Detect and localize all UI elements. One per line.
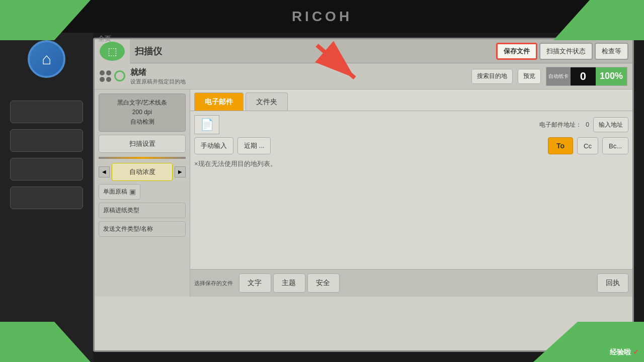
home-icon: ⌂ [42, 50, 51, 68]
tabs-row: 电子邮件 文件夹 [190, 89, 632, 111]
scan-settings-button[interactable]: 扫描设置 [99, 135, 186, 153]
home-button[interactable]: ⌂ [28, 40, 65, 78]
bottom-left-info: 选择保存的文件 [194, 280, 233, 287]
main-content: 黑白文字/艺术线条 200 dpi 自动检测 扫描设置 ◀ 自动浓度 ▶ 单面原… [95, 89, 632, 297]
left-btn-2[interactable] [10, 129, 83, 152]
top-buttons: 保存文件 扫描文件状态 检查等 [496, 43, 632, 60]
watermark: 经验啦 ✓ [610, 348, 639, 357]
scanner-icon: ⬚ [100, 42, 125, 61]
dot-2 [106, 70, 111, 75]
email-area: 📄 电子邮件地址： 0 输入地址 手动输入 近期 ... To Cc Bc...… [190, 111, 632, 269]
slider-bar [99, 157, 186, 159]
email-icon-box: 📄 [194, 115, 219, 134]
tab-folder[interactable]: 文件夹 [246, 93, 288, 111]
scanner-title: 扫描仪 [130, 45, 496, 57]
tab-email[interactable]: 电子邮件 [194, 93, 244, 111]
screen: ⬚ 扫描仪 保存文件 扫描文件状态 检查等 就绪 设置原稿并指定目的地 搜索目的… [93, 38, 634, 352]
left-btn-3[interactable] [10, 158, 83, 180]
dots-grid [100, 70, 111, 82]
status-bar: 就绪 设置原稿并指定目的地 搜索目的地 预览 自动纸卡 0 100% [95, 63, 632, 89]
status-circle [114, 70, 125, 81]
scanner-symbol: ⬚ [108, 45, 117, 57]
search-destination-button[interactable]: 搜索目的地 [471, 69, 513, 84]
single-side-label: 单面原稿 [103, 188, 127, 196]
info-line3: 自动检测 [103, 117, 181, 127]
security-button[interactable]: 安全 [307, 274, 340, 293]
status-icon-group [100, 70, 125, 82]
right-content: 电子邮件 文件夹 📄 电子邮件地址： 0 输入地址 手动输入 近期 ... [190, 89, 632, 297]
count-sub: 100% [596, 67, 627, 85]
file-type-button[interactable]: 发送文件类型/名称 [99, 221, 186, 237]
dot-4 [106, 77, 111, 82]
email-count: 0 [586, 121, 589, 128]
bottom-bar: 选择保存的文件 文字 主题 安全 回执 [190, 269, 632, 297]
sidebar-info-box: 黑白文字/艺术线条 200 dpi 自动检测 [99, 94, 186, 132]
bcc-button[interactable]: Bc... [602, 137, 628, 154]
text-button[interactable]: 文字 [239, 274, 271, 293]
auto-density-button[interactable]: 自动浓度 [112, 163, 173, 181]
count-value: 0 [571, 67, 596, 85]
top-bar: RICOH [0, 0, 644, 33]
info-line1: 黑白文字/艺术线条 [103, 98, 181, 108]
left-panel: ⌂ [0, 33, 93, 362]
info-line2: 200 dpi [103, 108, 181, 117]
security-label: 安全 [316, 279, 330, 288]
density-row: ◀ 自动浓度 ▶ [99, 163, 186, 181]
watermark-check: ✓ [633, 348, 639, 356]
page-label: 全页 [98, 34, 111, 43]
ricoh-logo: RICOH [292, 9, 352, 25]
density-left-arrow[interactable]: ◀ [99, 166, 110, 177]
dot-3 [100, 77, 105, 82]
cc-button[interactable]: Cc [577, 137, 598, 154]
scan-status-button[interactable]: 扫描文件状态 [539, 43, 593, 60]
subject-label: 主题 [282, 279, 296, 288]
left-btn-1[interactable] [10, 101, 83, 123]
count-box: 自动纸卡 0 100% [546, 67, 627, 86]
email-address-label: 电子邮件地址： [405, 121, 582, 129]
count-label: 自动纸卡 [546, 67, 571, 85]
density-right-arrow[interactable]: ▶ [175, 166, 186, 177]
dot-1 [100, 70, 105, 75]
recent-button[interactable]: 近期 ... [237, 137, 271, 154]
status-title: 就绪 [130, 67, 466, 78]
to-button[interactable]: To [548, 137, 573, 154]
email-top-row: 📄 电子邮件地址： 0 输入地址 [194, 115, 628, 134]
preview-button[interactable]: 预览 [518, 69, 541, 84]
single-side-row: 单面原稿 ▣ [99, 184, 186, 200]
left-sidebar: 黑白文字/艺术线条 200 dpi 自动检测 扫描设置 ◀ 自动浓度 ▶ 单面原… [95, 89, 190, 297]
no-destination-text: ×现在无法使用目的地列表。 [194, 159, 628, 168]
single-side-icon: ▣ [129, 188, 136, 196]
check-button[interactable]: 检查等 [595, 43, 628, 60]
email-actions-row: 手动输入 近期 ... To Cc Bc... [194, 137, 628, 154]
email-icon: 📄 [200, 118, 214, 131]
single-side-button[interactable]: 单面原稿 ▣ [99, 184, 140, 200]
subject-button[interactable]: 主题 [273, 274, 305, 293]
paper-type-button[interactable]: 原稿进纸类型 [99, 203, 186, 218]
return-button[interactable]: 回执 [597, 274, 628, 293]
status-text-area: 就绪 设置原稿并指定目的地 [130, 67, 466, 85]
save-file-button[interactable]: 保存文件 [496, 43, 537, 60]
status-subtitle: 设置原稿并指定目的地 [130, 78, 466, 85]
manual-input-button[interactable]: 手动输入 [194, 137, 233, 154]
enter-address-button[interactable]: 输入地址 [593, 117, 628, 132]
left-btn-4[interactable] [10, 187, 83, 209]
left-buttons [0, 101, 93, 209]
text-label: 文字 [248, 279, 262, 288]
screen-top-bar: ⬚ 扫描仪 保存文件 扫描文件状态 检查等 [95, 39, 632, 63]
